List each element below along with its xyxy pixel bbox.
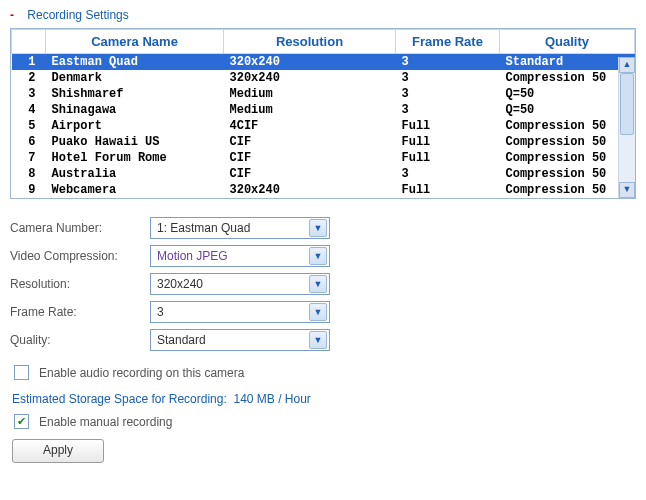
table-row[interactable]: 6Puako Hawaii USCIFFullCompression 50 xyxy=(12,134,635,150)
section-title: Recording Settings xyxy=(27,8,128,22)
section-header[interactable]: - Recording Settings xyxy=(10,8,636,22)
cell: 3 xyxy=(396,70,500,86)
scroll-thumb[interactable] xyxy=(620,73,634,135)
enable-manual-label: Enable manual recording xyxy=(39,415,172,429)
cell: Full xyxy=(396,134,500,150)
enable-audio-checkbox[interactable] xyxy=(14,365,29,380)
cell: Puako Hawaii US xyxy=(46,134,224,150)
frame-rate-value: 3 xyxy=(157,305,309,319)
frame-rate-label: Frame Rate: xyxy=(10,305,150,319)
camera-table[interactable]: Camera Name Resolution Frame Rate Qualit… xyxy=(11,29,635,198)
cell: 3 xyxy=(396,86,500,102)
cell: Airport xyxy=(46,118,224,134)
camera-table-container: Camera Name Resolution Frame Rate Qualit… xyxy=(10,28,636,199)
col-header-camera-name[interactable]: Camera Name xyxy=(46,30,224,54)
chevron-down-icon[interactable]: ▼ xyxy=(309,331,327,349)
quality-select[interactable]: Standard ▼ xyxy=(150,329,330,351)
chevron-down-icon[interactable]: ▼ xyxy=(309,247,327,265)
cell: Standard xyxy=(500,54,635,71)
cell: Compression 50 xyxy=(500,134,635,150)
cell: Hotel Forum Rome xyxy=(46,150,224,166)
cell: 8 xyxy=(12,166,46,182)
table-row[interactable]: 9Webcamera320x240FullCompression 50 xyxy=(12,182,635,198)
cell: CIF xyxy=(224,150,396,166)
collapse-icon[interactable]: - xyxy=(10,8,14,22)
camera-number-value: 1: Eastman Quad xyxy=(157,221,309,235)
cell: 6 xyxy=(12,134,46,150)
scroll-track[interactable] xyxy=(619,73,635,182)
estimated-storage: Estimated Storage Space for Recording: 1… xyxy=(12,392,636,406)
cell: 3 xyxy=(396,54,500,71)
table-row[interactable]: 2Denmark320x2403Compression 50 xyxy=(12,70,635,86)
col-header-index[interactable] xyxy=(12,30,46,54)
cell: Compression 50 xyxy=(500,182,635,198)
cell: 9 xyxy=(12,182,46,198)
table-row[interactable]: 5Airport4CIFFullCompression 50 xyxy=(12,118,635,134)
col-header-frame-rate[interactable]: Frame Rate xyxy=(396,30,500,54)
cell: 320x240 xyxy=(224,70,396,86)
cell: Compression 50 xyxy=(500,150,635,166)
cell: 7 xyxy=(12,150,46,166)
cell: 4CIF xyxy=(224,118,396,134)
cell: Denmark xyxy=(46,70,224,86)
chevron-down-icon[interactable]: ▼ xyxy=(309,219,327,237)
apply-button[interactable]: Apply xyxy=(12,439,104,463)
scroll-up-icon[interactable]: ▲ xyxy=(619,57,635,73)
cell: 320x240 xyxy=(224,182,396,198)
video-compression-select[interactable]: Motion JPEG ▼ xyxy=(150,245,330,267)
cell: Medium xyxy=(224,86,396,102)
video-compression-label: Video Compression: xyxy=(10,249,150,263)
quality-value: Standard xyxy=(157,333,309,347)
resolution-label: Resolution: xyxy=(10,277,150,291)
cell: Full xyxy=(396,118,500,134)
cell: Compression 50 xyxy=(500,166,635,182)
resolution-value: 320x240 xyxy=(157,277,309,291)
cell: 3 xyxy=(396,166,500,182)
cell: 5 xyxy=(12,118,46,134)
cell: 4 xyxy=(12,102,46,118)
chevron-down-icon[interactable]: ▼ xyxy=(309,303,327,321)
cell: Australia xyxy=(46,166,224,182)
camera-number-label: Camera Number: xyxy=(10,221,150,235)
table-row[interactable]: 7Hotel Forum RomeCIFFullCompression 50 xyxy=(12,150,635,166)
cell: Compression 50 xyxy=(500,118,635,134)
scroll-down-icon[interactable]: ▼ xyxy=(619,182,635,198)
cell: 2 xyxy=(12,70,46,86)
cell: Shishmaref xyxy=(46,86,224,102)
enable-manual-checkbox[interactable]: ✔ xyxy=(14,414,29,429)
camera-number-select[interactable]: 1: Eastman Quad ▼ xyxy=(150,217,330,239)
cell: 3 xyxy=(12,86,46,102)
quality-label: Quality: xyxy=(10,333,150,347)
table-scrollbar[interactable]: ▲ ▼ xyxy=(618,57,635,198)
cell: 1 xyxy=(12,54,46,71)
enable-audio-label: Enable audio recording on this camera xyxy=(39,366,244,380)
cell: CIF xyxy=(224,134,396,150)
cell: Full xyxy=(396,182,500,198)
cell: Q=50 xyxy=(500,102,635,118)
cell: Full xyxy=(396,150,500,166)
frame-rate-select[interactable]: 3 ▼ xyxy=(150,301,330,323)
table-row[interactable]: 3ShishmarefMedium3Q=50 xyxy=(12,86,635,102)
cell: Shinagawa xyxy=(46,102,224,118)
cell: 3 xyxy=(396,102,500,118)
col-header-resolution[interactable]: Resolution xyxy=(224,30,396,54)
resolution-select[interactable]: 320x240 ▼ xyxy=(150,273,330,295)
table-header-row: Camera Name Resolution Frame Rate Qualit… xyxy=(12,30,635,54)
cell: Compression 50 xyxy=(500,70,635,86)
cell: CIF xyxy=(224,166,396,182)
chevron-down-icon[interactable]: ▼ xyxy=(309,275,327,293)
cell: 320x240 xyxy=(224,54,396,71)
table-row[interactable]: 4ShinagawaMedium3Q=50 xyxy=(12,102,635,118)
cell: Q=50 xyxy=(500,86,635,102)
video-compression-value: Motion JPEG xyxy=(157,249,309,263)
table-row[interactable]: 8AustraliaCIF3Compression 50 xyxy=(12,166,635,182)
col-header-quality[interactable]: Quality xyxy=(500,30,635,54)
cell: Webcamera xyxy=(46,182,224,198)
cell: Medium xyxy=(224,102,396,118)
cell: Eastman Quad xyxy=(46,54,224,71)
table-row[interactable]: 1Eastman Quad320x2403Standard xyxy=(12,54,635,71)
